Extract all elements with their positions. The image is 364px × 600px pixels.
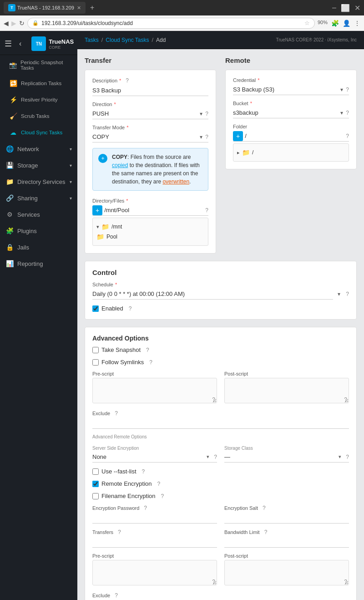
transfers-row: Transfers ? Bandwidth Limit ? <box>92 529 349 548</box>
sidebar-item-scrub[interactable]: 🧹 Scrub Tasks <box>0 108 77 124</box>
exclude-help-icon-1[interactable]: ? <box>115 410 118 417</box>
hamburger-icon[interactable]: ☰ <box>5 39 12 49</box>
sidebar-item-scrub-label: Scrub Tasks <box>21 113 49 119</box>
sidebar-item-cloud-sync[interactable]: ☁ Cloud Sync Tasks <box>0 124 77 141</box>
folder-add-button[interactable]: + <box>233 131 243 141</box>
directory-add-button[interactable]: + <box>92 205 102 215</box>
enabled-checkbox[interactable] <box>92 305 99 312</box>
sidebar-item-resilver[interactable]: ⚡ Resilver Priority <box>0 92 77 108</box>
bucket-help-icon[interactable]: ? <box>346 110 349 116</box>
sidebar-item-reporting[interactable]: 📊 Reporting <box>0 255 77 272</box>
exclude-help-icon-2[interactable]: ? <box>115 592 118 599</box>
storage-class-help-icon-1[interactable]: ? <box>346 454 349 460</box>
breadcrumb-cloud-sync[interactable]: Cloud Sync Tasks <box>106 37 149 43</box>
postscript-help-icon-1[interactable]: ? <box>344 397 347 403</box>
sidebar-item-periodic-snapshot-label: Periodic Snapshot Tasks <box>20 60 72 71</box>
new-tab-button[interactable]: + <box>88 4 96 12</box>
extensions-icon[interactable]: 🧩 <box>331 20 339 27</box>
remote-encryption-checkbox[interactable] <box>92 481 99 487</box>
prescript-textarea-1[interactable] <box>92 378 217 403</box>
schedule-help-icon[interactable]: ? <box>346 291 349 297</box>
sidebar-item-sharing[interactable]: 🔗 Sharing ▾ <box>0 190 77 206</box>
sidebar-item-replication[interactable]: 🔁 Replication Tasks <box>0 75 77 92</box>
back-button[interactable]: ◀ <box>4 20 9 27</box>
direction-help-icon[interactable]: ? <box>205 111 208 117</box>
sidebar-item-jails[interactable]: 🔒 Jails <box>0 239 77 255</box>
prescript-help-icon-2[interactable]: ? <box>212 579 215 585</box>
take-snapshot-help-icon[interactable]: ? <box>146 347 149 353</box>
bandwidth-limit-field: Bandwidth Limit ? <box>224 529 349 548</box>
breadcrumb-sep-2: / <box>152 36 153 43</box>
nav-back-icon[interactable]: ‹ <box>19 40 21 48</box>
use-fast-list-checkbox[interactable] <box>92 468 99 475</box>
expand-root-icon[interactable]: ▸ <box>237 150 240 156</box>
transfers-input[interactable] <box>92 537 217 548</box>
server-side-help-icon-1[interactable]: ? <box>214 454 217 460</box>
tree-item-pool[interactable]: 📁 Pool <box>96 232 204 242</box>
filename-encryption-help-icon[interactable]: ? <box>161 493 164 499</box>
postscript-textarea-2[interactable] <box>224 560 349 585</box>
tab-close-icon[interactable]: ✕ <box>77 5 81 11</box>
sidebar-item-plugins[interactable]: 🧩 Plugins <box>0 223 77 239</box>
sidebar-item-periodic-snapshot[interactable]: 📸 Periodic Snapshot Tasks <box>0 55 77 75</box>
enabled-help-icon[interactable]: ? <box>129 305 132 312</box>
sidebar-item-network[interactable]: 🌐 Network ▾ <box>0 141 77 157</box>
storage-class-select-1[interactable]: — <box>224 452 337 462</box>
bucket-select[interactable]: s3backup <box>233 107 339 118</box>
transfer-mode-select[interactable]: COPY MOVE SYNC <box>92 132 198 142</box>
expand-mnt-icon[interactable]: ▾ <box>96 224 99 230</box>
star-icon[interactable]: ☆ <box>304 20 310 26</box>
folder-row-root[interactable]: ▸ 📁 / <box>237 147 345 158</box>
server-side-select-1[interactable]: None <box>92 452 205 462</box>
encryption-password-input[interactable] <box>92 513 217 524</box>
credential-help-icon[interactable]: ? <box>346 86 349 93</box>
directory-help-icon[interactable]: ? <box>205 207 208 214</box>
breadcrumb-tasks[interactable]: Tasks <box>85 37 99 43</box>
enc-password-help-icon[interactable]: ? <box>144 505 147 511</box>
close-window-button[interactable]: ✕ <box>354 4 360 12</box>
directory-input[interactable] <box>104 205 203 215</box>
credential-field: Credential * S3 Backup (S3) ▾ ? <box>233 77 349 95</box>
filename-encryption-checkbox[interactable] <box>92 493 99 499</box>
use-fast-list-help-icon[interactable]: ? <box>142 468 145 475</box>
reload-button[interactable]: ↻ <box>19 20 25 27</box>
prescript-help-icon-1[interactable]: ? <box>212 397 215 403</box>
minimize-button[interactable]: – <box>332 4 336 12</box>
use-fast-list-label: Use --fast-list <box>101 468 136 475</box>
account-icon[interactable]: 👤 <box>343 20 350 27</box>
description-input[interactable] <box>92 85 208 96</box>
menu-icon[interactable]: ⋮ <box>354 20 360 27</box>
address-bar-url[interactable]: 192.168.3.209/ui/tasks/cloudsync/add <box>41 20 133 26</box>
transfer-mode-help-icon[interactable]: ? <box>205 134 208 140</box>
enc-salt-help-icon[interactable]: ? <box>263 505 266 511</box>
schedule-select[interactable]: Daily (0 0 * * *) at 00:00 (12:00 AM) <box>92 289 333 300</box>
folder-pool-icon: 📁 <box>96 233 104 240</box>
credential-select[interactable]: S3 Backup (S3) <box>233 84 339 95</box>
tree-item-mnt[interactable]: ▾ 📁 /mnt <box>96 222 204 232</box>
forward-button[interactable]: ▶ <box>11 20 16 27</box>
follow-symlinks-field: Follow Symlinks ? <box>92 359 349 366</box>
bandwidth-limit-input[interactable] <box>224 537 349 548</box>
copied-link[interactable]: copied <box>112 162 128 168</box>
exclude-input-1[interactable] <box>92 418 349 429</box>
advanced-options-section: Advanced Options Take Snapshot ? Follow … <box>85 327 357 600</box>
direction-select[interactable]: PUSH PULL <box>92 108 198 119</box>
take-snapshot-checkbox[interactable] <box>92 347 99 353</box>
follow-symlinks-help-icon[interactable]: ? <box>149 359 152 366</box>
prescript-textarea-2[interactable] <box>92 560 217 585</box>
transfers-help-icon[interactable]: ? <box>118 529 121 535</box>
bandwidth-help-icon[interactable]: ? <box>264 529 268 535</box>
encryption-salt-input[interactable] <box>224 513 349 524</box>
restore-button[interactable]: ⬜ <box>341 4 350 12</box>
postscript-textarea-1[interactable] <box>224 378 349 403</box>
sidebar-item-services[interactable]: ⚙ Services <box>0 206 77 223</box>
follow-symlinks-checkbox[interactable] <box>92 359 99 366</box>
description-help-icon[interactable]: ? <box>126 77 129 84</box>
sidebar-item-storage[interactable]: 💾 Storage ▾ <box>0 157 77 173</box>
postscript-area-1: Post-script ? <box>224 371 349 405</box>
remote-encryption-help-icon[interactable]: ? <box>157 481 161 487</box>
sidebar-item-directory-services[interactable]: 📁 Directory Services ▾ <box>0 173 77 190</box>
postscript-help-icon-2[interactable]: ? <box>344 579 347 585</box>
folder-input[interactable] <box>245 131 344 141</box>
folder-help-icon[interactable]: ? <box>346 133 349 139</box>
